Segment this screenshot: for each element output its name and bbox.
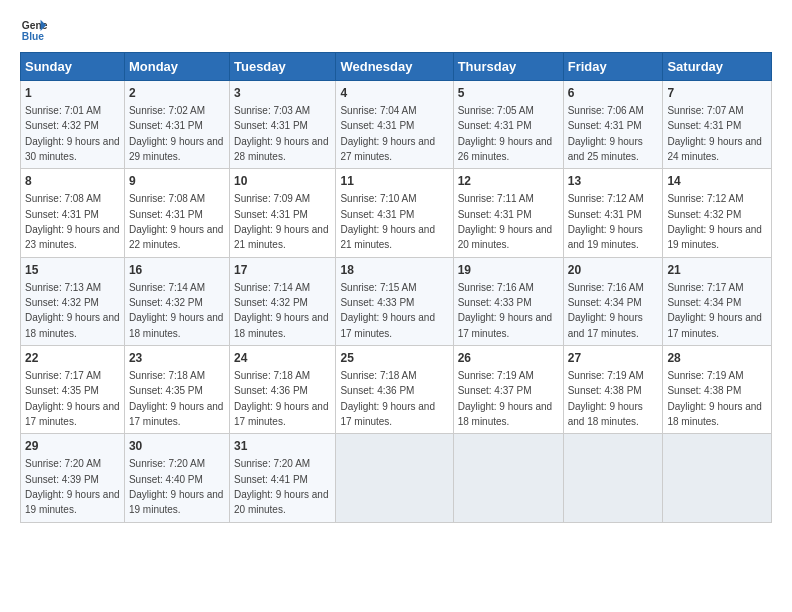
daylight-hours: Daylight: 9 hours and 29 minutes. bbox=[129, 136, 224, 162]
day-number: 15 bbox=[25, 262, 120, 279]
sunset-time: Sunset: 4:32 PM bbox=[25, 120, 99, 131]
calendar-week-1: 1 Sunrise: 7:01 AM Sunset: 4:32 PM Dayli… bbox=[21, 81, 772, 169]
day-number: 30 bbox=[129, 438, 225, 455]
day-number: 29 bbox=[25, 438, 120, 455]
day-number: 22 bbox=[25, 350, 120, 367]
calendar-cell: 5 Sunrise: 7:05 AM Sunset: 4:31 PM Dayli… bbox=[453, 81, 563, 169]
calendar-cell bbox=[663, 434, 772, 522]
sunrise-time: Sunrise: 7:18 AM bbox=[340, 370, 416, 381]
day-number: 17 bbox=[234, 262, 331, 279]
sunrise-time: Sunrise: 7:19 AM bbox=[667, 370, 743, 381]
daylight-hours: Daylight: 9 hours and 17 minutes. bbox=[340, 312, 435, 338]
sunrise-time: Sunrise: 7:02 AM bbox=[129, 105, 205, 116]
calendar-cell: 29 Sunrise: 7:20 AM Sunset: 4:39 PM Dayl… bbox=[21, 434, 125, 522]
daylight-hours: Daylight: 9 hours and 17 minutes. bbox=[340, 401, 435, 427]
daylight-hours: Daylight: 9 hours and 19 minutes. bbox=[667, 224, 762, 250]
calendar-week-3: 15 Sunrise: 7:13 AM Sunset: 4:32 PM Dayl… bbox=[21, 257, 772, 345]
day-number: 23 bbox=[129, 350, 225, 367]
calendar-cell: 28 Sunrise: 7:19 AM Sunset: 4:38 PM Dayl… bbox=[663, 346, 772, 434]
sunrise-time: Sunrise: 7:10 AM bbox=[340, 193, 416, 204]
day-number: 4 bbox=[340, 85, 448, 102]
calendar-cell bbox=[336, 434, 453, 522]
day-number: 24 bbox=[234, 350, 331, 367]
calendar-cell: 6 Sunrise: 7:06 AM Sunset: 4:31 PM Dayli… bbox=[563, 81, 663, 169]
day-number: 21 bbox=[667, 262, 767, 279]
sunset-time: Sunset: 4:40 PM bbox=[129, 474, 203, 485]
calendar-cell: 2 Sunrise: 7:02 AM Sunset: 4:31 PM Dayli… bbox=[124, 81, 229, 169]
calendar-cell: 21 Sunrise: 7:17 AM Sunset: 4:34 PM Dayl… bbox=[663, 257, 772, 345]
day-number: 25 bbox=[340, 350, 448, 367]
sunset-time: Sunset: 4:31 PM bbox=[568, 120, 642, 131]
daylight-hours: Daylight: 9 hours and 18 minutes. bbox=[234, 312, 329, 338]
daylight-hours: Daylight: 9 hours and 17 minutes. bbox=[667, 312, 762, 338]
sunset-time: Sunset: 4:39 PM bbox=[25, 474, 99, 485]
daylight-hours: Daylight: 9 hours and 17 minutes. bbox=[458, 312, 553, 338]
calendar-cell: 12 Sunrise: 7:11 AM Sunset: 4:31 PM Dayl… bbox=[453, 169, 563, 257]
sunrise-time: Sunrise: 7:06 AM bbox=[568, 105, 644, 116]
sunset-time: Sunset: 4:33 PM bbox=[340, 297, 414, 308]
daylight-hours: Daylight: 9 hours and 20 minutes. bbox=[234, 489, 329, 515]
calendar-cell: 13 Sunrise: 7:12 AM Sunset: 4:31 PM Dayl… bbox=[563, 169, 663, 257]
daylight-hours: Daylight: 9 hours and 28 minutes. bbox=[234, 136, 329, 162]
sunset-time: Sunset: 4:35 PM bbox=[129, 385, 203, 396]
header-monday: Monday bbox=[124, 53, 229, 81]
logo-icon: General Blue bbox=[20, 16, 48, 44]
daylight-hours: Daylight: 9 hours and 30 minutes. bbox=[25, 136, 120, 162]
header-tuesday: Tuesday bbox=[229, 53, 335, 81]
calendar-cell bbox=[563, 434, 663, 522]
daylight-hours: Daylight: 9 hours and 23 minutes. bbox=[25, 224, 120, 250]
sunset-time: Sunset: 4:37 PM bbox=[458, 385, 532, 396]
day-number: 8 bbox=[25, 173, 120, 190]
day-number: 6 bbox=[568, 85, 659, 102]
sunrise-time: Sunrise: 7:13 AM bbox=[25, 282, 101, 293]
sunrise-time: Sunrise: 7:09 AM bbox=[234, 193, 310, 204]
calendar-cell: 27 Sunrise: 7:19 AM Sunset: 4:38 PM Dayl… bbox=[563, 346, 663, 434]
day-number: 1 bbox=[25, 85, 120, 102]
calendar-cell bbox=[453, 434, 563, 522]
sunset-time: Sunset: 4:35 PM bbox=[25, 385, 99, 396]
day-number: 16 bbox=[129, 262, 225, 279]
day-number: 27 bbox=[568, 350, 659, 367]
sunrise-time: Sunrise: 7:19 AM bbox=[568, 370, 644, 381]
sunset-time: Sunset: 4:31 PM bbox=[340, 120, 414, 131]
calendar-cell: 3 Sunrise: 7:03 AM Sunset: 4:31 PM Dayli… bbox=[229, 81, 335, 169]
calendar-cell: 7 Sunrise: 7:07 AM Sunset: 4:31 PM Dayli… bbox=[663, 81, 772, 169]
sunset-time: Sunset: 4:32 PM bbox=[234, 297, 308, 308]
day-number: 13 bbox=[568, 173, 659, 190]
daylight-hours: Daylight: 9 hours and 25 minutes. bbox=[568, 136, 643, 162]
daylight-hours: Daylight: 9 hours and 18 minutes. bbox=[458, 401, 553, 427]
calendar-week-2: 8 Sunrise: 7:08 AM Sunset: 4:31 PM Dayli… bbox=[21, 169, 772, 257]
sunrise-time: Sunrise: 7:16 AM bbox=[568, 282, 644, 293]
calendar-cell: 1 Sunrise: 7:01 AM Sunset: 4:32 PM Dayli… bbox=[21, 81, 125, 169]
day-number: 3 bbox=[234, 85, 331, 102]
daylight-hours: Daylight: 9 hours and 27 minutes. bbox=[340, 136, 435, 162]
sunrise-time: Sunrise: 7:05 AM bbox=[458, 105, 534, 116]
daylight-hours: Daylight: 9 hours and 21 minutes. bbox=[340, 224, 435, 250]
sunset-time: Sunset: 4:31 PM bbox=[129, 120, 203, 131]
sunrise-time: Sunrise: 7:14 AM bbox=[129, 282, 205, 293]
daylight-hours: Daylight: 9 hours and 18 minutes. bbox=[25, 312, 120, 338]
sunset-time: Sunset: 4:31 PM bbox=[340, 209, 414, 220]
calendar-cell: 14 Sunrise: 7:12 AM Sunset: 4:32 PM Dayl… bbox=[663, 169, 772, 257]
sunset-time: Sunset: 4:31 PM bbox=[129, 209, 203, 220]
daylight-hours: Daylight: 9 hours and 17 minutes. bbox=[568, 312, 643, 338]
calendar-cell: 4 Sunrise: 7:04 AM Sunset: 4:31 PM Dayli… bbox=[336, 81, 453, 169]
calendar-cell: 10 Sunrise: 7:09 AM Sunset: 4:31 PM Dayl… bbox=[229, 169, 335, 257]
sunrise-time: Sunrise: 7:08 AM bbox=[25, 193, 101, 204]
calendar-cell: 16 Sunrise: 7:14 AM Sunset: 4:32 PM Dayl… bbox=[124, 257, 229, 345]
sunset-time: Sunset: 4:38 PM bbox=[568, 385, 642, 396]
sunset-time: Sunset: 4:32 PM bbox=[129, 297, 203, 308]
sunrise-time: Sunrise: 7:01 AM bbox=[25, 105, 101, 116]
calendar-cell: 8 Sunrise: 7:08 AM Sunset: 4:31 PM Dayli… bbox=[21, 169, 125, 257]
daylight-hours: Daylight: 9 hours and 22 minutes. bbox=[129, 224, 224, 250]
calendar-cell: 30 Sunrise: 7:20 AM Sunset: 4:40 PM Dayl… bbox=[124, 434, 229, 522]
sunrise-time: Sunrise: 7:12 AM bbox=[568, 193, 644, 204]
daylight-hours: Daylight: 9 hours and 17 minutes. bbox=[234, 401, 329, 427]
sunrise-time: Sunrise: 7:07 AM bbox=[667, 105, 743, 116]
sunrise-time: Sunrise: 7:18 AM bbox=[234, 370, 310, 381]
day-number: 2 bbox=[129, 85, 225, 102]
sunset-time: Sunset: 4:31 PM bbox=[667, 120, 741, 131]
sunset-time: Sunset: 4:31 PM bbox=[458, 209, 532, 220]
sunset-time: Sunset: 4:31 PM bbox=[25, 209, 99, 220]
sunrise-time: Sunrise: 7:18 AM bbox=[129, 370, 205, 381]
